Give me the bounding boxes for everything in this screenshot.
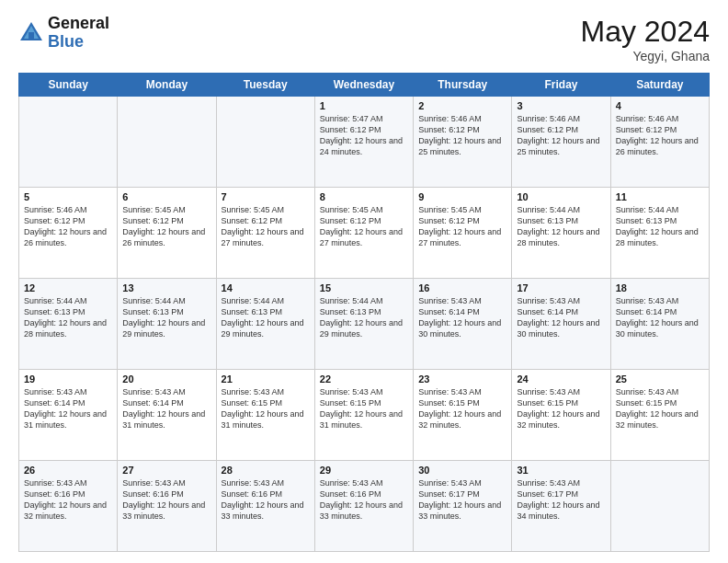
logo-icon bbox=[18, 20, 44, 46]
logo-blue: Blue bbox=[48, 33, 109, 52]
calendar-cell: 17Sunrise: 5:43 AMSunset: 6:14 PMDayligh… bbox=[512, 279, 610, 370]
day-number: 22 bbox=[320, 373, 408, 385]
page: General Blue May 2024 Yegyi, Ghana Sunda… bbox=[0, 0, 728, 563]
calendar-week-2: 5Sunrise: 5:46 AMSunset: 6:12 PMDaylight… bbox=[19, 188, 710, 279]
calendar-header-row: SundayMondayTuesdayWednesdayThursdayFrid… bbox=[19, 74, 710, 97]
calendar-cell: 19Sunrise: 5:43 AMSunset: 6:14 PMDayligh… bbox=[19, 370, 118, 461]
calendar-cell: 7Sunrise: 5:45 AMSunset: 6:12 PMDaylight… bbox=[216, 188, 314, 279]
day-number: 12 bbox=[24, 282, 112, 293]
calendar-header-wednesday: Wednesday bbox=[314, 74, 413, 97]
calendar-header-sunday: Sunday bbox=[19, 74, 118, 97]
calendar-cell: 20Sunrise: 5:43 AMSunset: 6:14 PMDayligh… bbox=[118, 370, 216, 461]
day-info: Sunrise: 5:43 AMSunset: 6:15 PMDaylight:… bbox=[517, 386, 605, 431]
day-info: Sunrise: 5:44 AMSunset: 6:13 PMDaylight:… bbox=[222, 295, 310, 340]
day-info: Sunrise: 5:46 AMSunset: 6:12 PMDaylight:… bbox=[616, 113, 704, 158]
calendar-header-monday: Monday bbox=[118, 74, 216, 97]
day-info: Sunrise: 5:43 AMSunset: 6:14 PMDaylight:… bbox=[122, 386, 210, 431]
calendar-cell: 27Sunrise: 5:43 AMSunset: 6:16 PMDayligh… bbox=[118, 461, 216, 552]
calendar-cell bbox=[118, 97, 216, 188]
day-number: 16 bbox=[418, 282, 506, 293]
day-info: Sunrise: 5:45 AMSunset: 6:12 PMDaylight:… bbox=[122, 204, 210, 249]
day-info: Sunrise: 5:46 AMSunset: 6:12 PMDaylight:… bbox=[24, 204, 112, 249]
logo-general: General bbox=[48, 15, 109, 33]
calendar-cell: 30Sunrise: 5:43 AMSunset: 6:17 PMDayligh… bbox=[414, 461, 512, 552]
svg-rect-2 bbox=[28, 32, 34, 39]
day-number: 24 bbox=[517, 373, 605, 385]
day-info: Sunrise: 5:43 AMSunset: 6:16 PMDaylight:… bbox=[122, 477, 210, 523]
calendar-week-3: 12Sunrise: 5:44 AMSunset: 6:13 PMDayligh… bbox=[19, 279, 710, 370]
calendar-header-thursday: Thursday bbox=[414, 74, 512, 97]
day-info: Sunrise: 5:43 AMSunset: 6:17 PMDaylight:… bbox=[418, 477, 506, 523]
calendar-cell: 18Sunrise: 5:43 AMSunset: 6:14 PMDayligh… bbox=[610, 279, 709, 370]
calendar-cell: 9Sunrise: 5:45 AMSunset: 6:12 PMDaylight… bbox=[414, 188, 512, 279]
calendar-cell: 8Sunrise: 5:45 AMSunset: 6:12 PMDaylight… bbox=[314, 188, 413, 279]
calendar-week-1: 1Sunrise: 5:47 AMSunset: 6:12 PMDaylight… bbox=[19, 97, 710, 188]
day-info: Sunrise: 5:46 AMSunset: 6:12 PMDaylight:… bbox=[418, 113, 506, 158]
day-info: Sunrise: 5:43 AMSunset: 6:15 PMDaylight:… bbox=[418, 386, 506, 431]
day-number: 31 bbox=[517, 465, 605, 476]
day-info: Sunrise: 5:45 AMSunset: 6:12 PMDaylight:… bbox=[222, 204, 310, 249]
header: General Blue May 2024 Yegyi, Ghana bbox=[18, 15, 710, 63]
calendar-cell: 2Sunrise: 5:46 AMSunset: 6:12 PMDaylight… bbox=[414, 97, 512, 188]
logo: General Blue bbox=[18, 15, 109, 52]
day-info: Sunrise: 5:43 AMSunset: 6:14 PMDaylight:… bbox=[517, 295, 605, 340]
day-number: 2 bbox=[418, 100, 506, 111]
day-info: Sunrise: 5:44 AMSunset: 6:13 PMDaylight:… bbox=[122, 295, 210, 340]
day-info: Sunrise: 5:46 AMSunset: 6:12 PMDaylight:… bbox=[517, 113, 605, 158]
day-number: 17 bbox=[517, 282, 605, 293]
day-info: Sunrise: 5:43 AMSunset: 6:16 PMDaylight:… bbox=[222, 477, 310, 523]
day-info: Sunrise: 5:45 AMSunset: 6:12 PMDaylight:… bbox=[320, 204, 408, 249]
day-info: Sunrise: 5:43 AMSunset: 6:14 PMDaylight:… bbox=[616, 295, 704, 340]
calendar-cell: 24Sunrise: 5:43 AMSunset: 6:15 PMDayligh… bbox=[512, 370, 610, 461]
calendar-cell: 12Sunrise: 5:44 AMSunset: 6:13 PMDayligh… bbox=[19, 279, 118, 370]
day-number: 4 bbox=[616, 100, 704, 111]
day-number: 30 bbox=[418, 465, 506, 476]
day-info: Sunrise: 5:43 AMSunset: 6:17 PMDaylight:… bbox=[517, 477, 605, 523]
day-number: 25 bbox=[616, 373, 704, 385]
day-number: 1 bbox=[320, 100, 408, 111]
day-info: Sunrise: 5:44 AMSunset: 6:13 PMDaylight:… bbox=[517, 204, 605, 249]
title-location: Yegyi, Ghana bbox=[580, 49, 710, 63]
day-info: Sunrise: 5:44 AMSunset: 6:13 PMDaylight:… bbox=[320, 295, 408, 340]
day-number: 19 bbox=[24, 373, 112, 385]
day-number: 13 bbox=[122, 282, 210, 293]
calendar-cell: 14Sunrise: 5:44 AMSunset: 6:13 PMDayligh… bbox=[216, 279, 314, 370]
day-number: 9 bbox=[418, 191, 506, 202]
day-number: 10 bbox=[517, 191, 605, 202]
day-number: 26 bbox=[24, 465, 112, 476]
day-info: Sunrise: 5:43 AMSunset: 6:15 PMDaylight:… bbox=[616, 386, 704, 431]
day-info: Sunrise: 5:44 AMSunset: 6:13 PMDaylight:… bbox=[24, 295, 112, 340]
calendar-table: SundayMondayTuesdayWednesdayThursdayFrid… bbox=[18, 73, 710, 552]
title-block: May 2024 Yegyi, Ghana bbox=[580, 15, 710, 63]
calendar-cell: 3Sunrise: 5:46 AMSunset: 6:12 PMDaylight… bbox=[512, 97, 610, 188]
logo-text: General Blue bbox=[48, 15, 109, 52]
calendar-week-4: 19Sunrise: 5:43 AMSunset: 6:14 PMDayligh… bbox=[19, 370, 710, 461]
day-info: Sunrise: 5:45 AMSunset: 6:12 PMDaylight:… bbox=[418, 204, 506, 249]
calendar-cell: 25Sunrise: 5:43 AMSunset: 6:15 PMDayligh… bbox=[610, 370, 709, 461]
calendar-cell bbox=[610, 461, 709, 552]
calendar-cell: 26Sunrise: 5:43 AMSunset: 6:16 PMDayligh… bbox=[19, 461, 118, 552]
day-number: 3 bbox=[517, 100, 605, 111]
day-info: Sunrise: 5:43 AMSunset: 6:16 PMDaylight:… bbox=[320, 477, 408, 523]
calendar-week-5: 26Sunrise: 5:43 AMSunset: 6:16 PMDayligh… bbox=[19, 461, 710, 552]
day-number: 18 bbox=[616, 282, 704, 293]
day-number: 7 bbox=[222, 191, 310, 202]
calendar-cell: 31Sunrise: 5:43 AMSunset: 6:17 PMDayligh… bbox=[512, 461, 610, 552]
calendar-header-saturday: Saturday bbox=[610, 74, 709, 97]
day-info: Sunrise: 5:47 AMSunset: 6:12 PMDaylight:… bbox=[320, 113, 408, 158]
day-info: Sunrise: 5:43 AMSunset: 6:16 PMDaylight:… bbox=[24, 477, 112, 523]
calendar-cell: 11Sunrise: 5:44 AMSunset: 6:13 PMDayligh… bbox=[610, 188, 709, 279]
calendar-cell: 4Sunrise: 5:46 AMSunset: 6:12 PMDaylight… bbox=[610, 97, 709, 188]
day-number: 29 bbox=[320, 465, 408, 476]
day-info: Sunrise: 5:43 AMSunset: 6:14 PMDaylight:… bbox=[418, 295, 506, 340]
calendar-cell: 29Sunrise: 5:43 AMSunset: 6:16 PMDayligh… bbox=[314, 461, 413, 552]
day-number: 20 bbox=[122, 373, 210, 385]
calendar-cell: 13Sunrise: 5:44 AMSunset: 6:13 PMDayligh… bbox=[118, 279, 216, 370]
calendar-cell: 5Sunrise: 5:46 AMSunset: 6:12 PMDaylight… bbox=[19, 188, 118, 279]
day-number: 6 bbox=[122, 191, 210, 202]
calendar-cell: 15Sunrise: 5:44 AMSunset: 6:13 PMDayligh… bbox=[314, 279, 413, 370]
calendar-cell bbox=[19, 97, 118, 188]
calendar-cell bbox=[216, 97, 314, 188]
day-number: 23 bbox=[418, 373, 506, 385]
calendar-header-friday: Friday bbox=[512, 74, 610, 97]
